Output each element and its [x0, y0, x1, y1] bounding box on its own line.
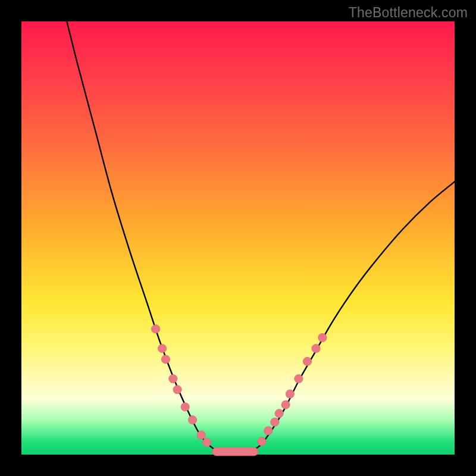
data-marker-bar: [212, 447, 258, 456]
bottleneck-curve-svg: [21, 21, 455, 455]
data-marker: [197, 431, 205, 439]
plot-area: [21, 21, 455, 455]
data-marker: [303, 357, 311, 365]
data-marker: [281, 400, 290, 409]
data-marker: [169, 374, 177, 383]
data-marker: [286, 390, 294, 398]
data-marker: [275, 409, 283, 418]
data-marker: [264, 427, 273, 435]
data-marker: [258, 437, 266, 446]
data-marker: [188, 416, 196, 424]
data-marker: [181, 403, 189, 411]
data-marker: [312, 344, 320, 352]
data-marker: [161, 355, 170, 364]
data-marker: [318, 333, 327, 342]
data-markers: [151, 325, 327, 456]
data-marker: [158, 344, 166, 352]
data-marker: [202, 438, 211, 446]
chart-frame: TheBottleneck.com: [0, 0, 476, 476]
data-marker: [271, 418, 279, 426]
data-marker: [151, 325, 159, 333]
bottleneck-curve: [65, 12, 455, 452]
data-marker: [295, 374, 303, 383]
watermark-text: TheBottleneck.com: [349, 5, 468, 21]
data-marker: [173, 386, 181, 394]
